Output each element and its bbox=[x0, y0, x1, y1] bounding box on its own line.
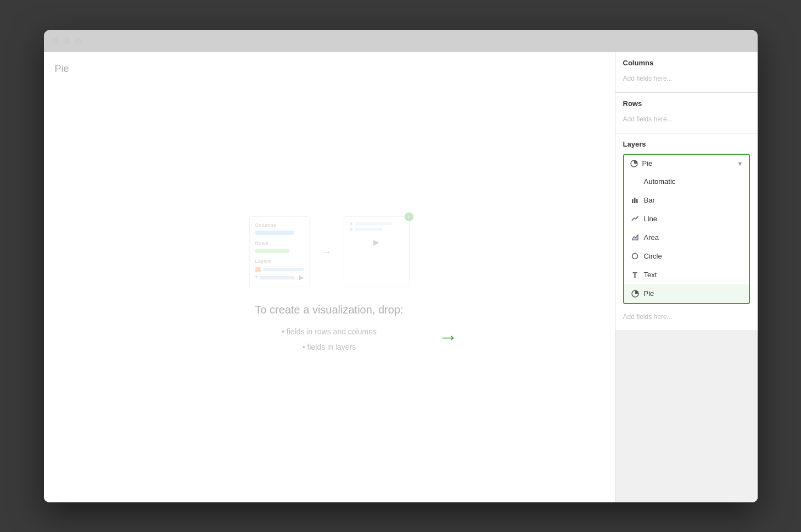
chart-type-label: Pie bbox=[55, 63, 604, 75]
hint-title: To create a visualization, drop: bbox=[255, 304, 403, 316]
hint-container: To create a visualization, drop: • field… bbox=[255, 304, 403, 355]
text-icon: T bbox=[631, 271, 640, 279]
dropdown-trigger[interactable]: Pie ▼ bbox=[624, 155, 749, 172]
svg-rect-1 bbox=[632, 199, 634, 203]
chevron-down-icon: ▼ bbox=[737, 160, 743, 167]
item-text-label: Text bbox=[644, 271, 657, 279]
pie-icon-selected bbox=[630, 159, 638, 168]
dropdown-selected-label: Pie bbox=[642, 159, 653, 167]
pie-icon bbox=[631, 289, 640, 298]
item-area-label: Area bbox=[644, 233, 659, 242]
illus-badge: + bbox=[405, 212, 413, 221]
green-arrow-container: → bbox=[439, 326, 458, 349]
line-icon bbox=[631, 215, 640, 223]
drop-illustration: Columns Rows Layers T bbox=[249, 216, 410, 287]
illus-right-card: + ▶ bbox=[344, 216, 410, 287]
traffic-light-close[interactable] bbox=[52, 37, 59, 44]
layers-title: Layers bbox=[623, 140, 750, 148]
item-line-label: Line bbox=[644, 215, 658, 223]
right-panel: Columns Add fields here... Rows Add fiel… bbox=[615, 52, 758, 502]
columns-title: Columns bbox=[623, 59, 750, 67]
hint-bullet-2: • fields in layers bbox=[255, 339, 403, 355]
illus-left-card: Columns Rows Layers T bbox=[249, 216, 310, 287]
app-window: Pie Columns Rows Layers bbox=[44, 30, 758, 502]
dropdown-item-bar[interactable]: Bar bbox=[624, 191, 749, 210]
panel-bottom-filler bbox=[615, 331, 758, 502]
columns-section: Columns Add fields here... bbox=[615, 52, 758, 93]
svg-rect-2 bbox=[634, 198, 636, 203]
rows-add-fields[interactable]: Add fields here... bbox=[623, 112, 750, 126]
item-pie-label: Pie bbox=[644, 289, 654, 298]
rows-section: Rows Add fields here... bbox=[615, 93, 758, 133]
canvas-content: Columns Rows Layers T bbox=[55, 80, 604, 491]
chart-type-dropdown[interactable]: Pie ▼ Automatic bbox=[623, 154, 750, 304]
dropdown-item-area[interactable]: Area bbox=[624, 228, 749, 247]
green-arrow-icon: → bbox=[439, 326, 458, 348]
layers-add-fields[interactable]: Add fields here... bbox=[623, 310, 750, 324]
dropdown-item-line[interactable]: Line bbox=[624, 210, 749, 228]
area-icon bbox=[631, 233, 640, 242]
window-body: Pie Columns Rows Layers bbox=[44, 52, 758, 502]
dropdown-item-text[interactable]: T Text bbox=[624, 266, 749, 284]
svg-rect-3 bbox=[636, 199, 638, 203]
bar-icon bbox=[631, 196, 640, 205]
layers-section: Layers Pie bbox=[615, 133, 758, 331]
svg-point-4 bbox=[632, 254, 638, 259]
rows-title: Rows bbox=[623, 99, 750, 108]
traffic-light-maximize[interactable] bbox=[75, 37, 82, 44]
main-canvas: Pie Columns Rows Layers bbox=[44, 52, 615, 502]
item-bar-label: Bar bbox=[644, 196, 655, 204]
columns-add-fields[interactable]: Add fields here... bbox=[623, 71, 750, 86]
automatic-icon bbox=[631, 177, 640, 186]
illus-arrow: → bbox=[321, 216, 333, 287]
dropdown-item-pie[interactable]: Pie bbox=[624, 284, 749, 303]
titlebar bbox=[44, 30, 758, 52]
traffic-light-minimize[interactable] bbox=[63, 37, 70, 44]
item-circle-label: Circle bbox=[644, 252, 662, 260]
item-automatic-label: Automatic bbox=[644, 177, 676, 186]
circle-icon bbox=[631, 252, 640, 261]
dropdown-item-automatic[interactable]: Automatic bbox=[624, 172, 749, 191]
dropdown-item-circle[interactable]: Circle bbox=[624, 247, 749, 266]
hint-bullet-1: • fields in rows and columns bbox=[255, 324, 403, 339]
